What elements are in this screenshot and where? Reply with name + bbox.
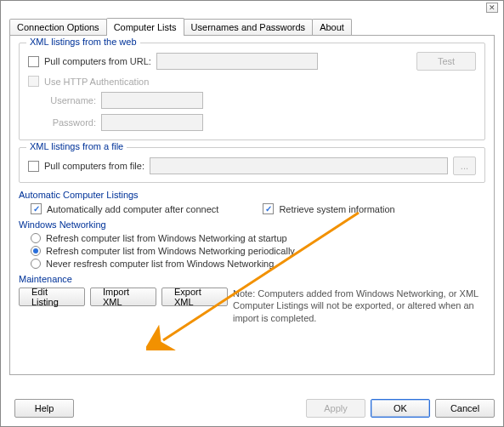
checkbox-retrieve-info[interactable] xyxy=(263,203,274,214)
checkbox-pull-url[interactable] xyxy=(28,56,39,67)
edit-listing-button[interactable]: Edit Listing xyxy=(19,288,85,306)
export-xml-button[interactable]: Export XML xyxy=(161,288,228,306)
tab-computer-lists[interactable]: Computer Lists xyxy=(106,18,184,36)
label-username: Username: xyxy=(28,95,96,105)
ok-button[interactable]: OK xyxy=(371,399,430,418)
tab-panel: XML listings from the web Pull computers… xyxy=(9,35,495,375)
label-refresh-periodic: Refresh computer list from Windows Netwo… xyxy=(46,246,295,256)
group-title-xml-web: XML listings from the web xyxy=(26,37,140,47)
cancel-button[interactable]: Cancel xyxy=(435,399,495,418)
tab-usernames-passwords[interactable]: Usernames and Passwords xyxy=(184,19,314,35)
import-xml-button[interactable]: Import XML xyxy=(90,288,156,306)
checkbox-auto-add[interactable] xyxy=(31,203,42,214)
checkbox-pull-file[interactable] xyxy=(28,161,39,172)
button-bar: Help Apply OK Cancel xyxy=(9,399,495,418)
help-button[interactable]: Help xyxy=(14,399,74,418)
label-pull-url: Pull computers from URL: xyxy=(44,56,151,66)
dialog-window: Connection Options Computer Lists Userna… xyxy=(0,0,504,427)
maintenance-note: Note: Computers added from Windows Netwo… xyxy=(233,288,485,324)
heading-windows-networking: Windows Networking xyxy=(19,219,485,230)
label-password: Password: xyxy=(28,117,96,128)
checkbox-http-auth xyxy=(28,76,39,87)
group-xml-file: XML listings from a file Pull computers … xyxy=(19,147,485,183)
radio-refresh-periodic[interactable] xyxy=(31,246,41,256)
label-retrieve-info: Retrieve system information xyxy=(279,204,394,214)
test-button[interactable]: Test xyxy=(416,52,476,71)
group-title-xml-file: XML listings from a file xyxy=(26,141,127,151)
tab-connection-options[interactable]: Connection Options xyxy=(9,19,107,35)
password-field xyxy=(101,114,203,131)
label-pull-file: Pull computers from file: xyxy=(44,161,144,171)
heading-maintenance: Maintenance xyxy=(19,274,485,284)
tab-strip: Connection Options Computer Lists Userna… xyxy=(9,18,495,35)
radio-refresh-startup[interactable] xyxy=(31,233,41,243)
file-field[interactable] xyxy=(150,157,448,174)
label-http-auth: Use HTTP Authentication xyxy=(44,77,149,87)
group-xml-web: XML listings from the web Pull computers… xyxy=(19,43,485,140)
label-auto-add: Automatically add computer after connect xyxy=(47,204,218,214)
username-field xyxy=(101,92,203,109)
label-refresh-never: Never resfresh computer list from Window… xyxy=(46,259,274,269)
label-refresh-startup: Refresh computer list from Windows Netwo… xyxy=(46,233,287,243)
browse-button[interactable]: ... xyxy=(453,157,476,175)
tab-about[interactable]: About xyxy=(312,19,352,35)
radio-refresh-never[interactable] xyxy=(31,259,41,269)
url-field[interactable] xyxy=(156,53,318,70)
apply-button[interactable]: Apply xyxy=(306,399,365,418)
heading-auto-listings: Automatic Computer Listings xyxy=(19,190,485,200)
close-icon[interactable] xyxy=(486,3,498,13)
